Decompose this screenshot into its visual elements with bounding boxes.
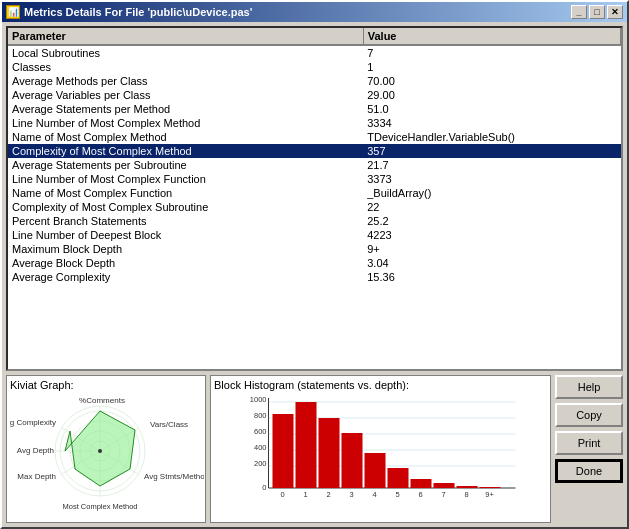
table-row[interactable]: Average Block Depth3.04 [8,256,621,270]
copy-button[interactable]: Copy [555,403,623,427]
table-row[interactable]: Average Complexity15.36 [8,270,621,284]
metrics-table-container: Parameter Value Local Subroutines7Classe… [6,26,623,371]
svg-text:%Comments: %Comments [79,396,125,405]
table-cell-value: 4223 [363,228,620,242]
window-title: Metrics Details For File 'public\uDevice… [24,6,252,18]
svg-rect-36 [273,414,294,488]
svg-rect-44 [457,486,478,488]
column-header-value: Value [363,28,620,45]
bottom-area: Kiviat Graph: [6,375,623,523]
svg-text:200: 200 [254,459,267,468]
table-cell-value: 3334 [363,116,620,130]
table-cell-value: 51.0 [363,102,620,116]
histogram-section: Block Histogram (statements vs. depth): … [210,375,551,523]
table-row[interactable]: Classes1 [8,60,621,74]
svg-point-14 [98,449,102,453]
svg-text:400: 400 [254,443,267,452]
table-row[interactable]: Complexity of Most Complex Subroutine22 [8,200,621,214]
svg-text:600: 600 [254,427,267,436]
maximize-button[interactable]: □ [589,5,605,19]
kiviat-svg: %Comments Vars/Class Avg Stmts/Method Mo… [10,393,204,511]
table-header-row: Parameter Value [8,28,621,45]
table-row[interactable]: Line Number of Most Complex Function3373 [8,172,621,186]
svg-rect-39 [342,433,363,488]
svg-text:8: 8 [464,490,468,499]
table-cell-value: 3373 [363,172,620,186]
table-cell-value: 3.04 [363,256,620,270]
table-cell-value: 21.7 [363,158,620,172]
svg-text:6: 6 [418,490,422,499]
svg-text:9+: 9+ [485,490,494,499]
table-row[interactable]: Average Variables per Class29.00 [8,88,621,102]
table-scroll[interactable]: Parameter Value Local Subroutines7Classe… [8,28,621,369]
table-cell-parameter: Line Number of Deepest Block [8,228,363,242]
svg-text:5: 5 [395,490,399,499]
svg-text:Avg Stmts/Method: Avg Stmts/Method [144,472,204,481]
table-row[interactable]: Line Number of Deepest Block4223 [8,228,621,242]
svg-rect-41 [388,468,409,488]
svg-text:3: 3 [349,490,353,499]
table-cell-parameter: Maximum Block Depth [8,242,363,256]
kiviat-title: Kiviat Graph: [10,379,202,391]
table-row[interactable]: Name of Most Complex Function_BuildArray… [8,186,621,200]
table-cell-parameter: Complexity of Most Complex Method [8,144,363,158]
close-button[interactable]: ✕ [607,5,623,19]
table-row[interactable]: Local Subroutines7 [8,45,621,60]
table-row[interactable]: Average Methods per Class70.00 [8,74,621,88]
histogram-graph: 1000 800 600 400 200 0 [214,393,547,513]
table-cell-parameter: Classes [8,60,363,74]
table-cell-parameter: Average Block Depth [8,256,363,270]
table-cell-parameter: Percent Branch Statements [8,214,363,228]
svg-text:Most Complex Method: Most Complex Method [62,502,137,511]
svg-text:Max Depth: Max Depth [17,472,56,481]
svg-text:1: 1 [303,490,307,499]
table-cell-value: 1 [363,60,620,74]
table-cell-parameter: Average Complexity [8,270,363,284]
table-row[interactable]: Average Statements per Subroutine21.7 [8,158,621,172]
svg-rect-37 [296,402,317,488]
table-cell-parameter: Complexity of Most Complex Subroutine [8,200,363,214]
table-cell-value: TDeviceHandler.VariableSub() [363,130,620,144]
table-cell-parameter: Line Number of Most Complex Method [8,116,363,130]
buttons-column: Help Copy Print Done [555,375,623,523]
table-cell-parameter: Name of Most Complex Function [8,186,363,200]
table-cell-value: 7 [363,45,620,60]
kiviat-section: Kiviat Graph: [6,375,206,523]
table-row[interactable]: Percent Branch Statements25.2 [8,214,621,228]
done-button[interactable]: Done [555,459,623,483]
table-cell-value: 25.2 [363,214,620,228]
title-buttons: _ □ ✕ [571,5,623,19]
svg-rect-43 [434,483,455,488]
svg-text:Avg Depth: Avg Depth [17,446,54,455]
histogram-title: Block Histogram (statements vs. depth): [214,379,547,391]
svg-rect-45 [480,487,501,488]
kiviat-graph: %Comments Vars/Class Avg Stmts/Method Mo… [10,393,202,513]
table-row[interactable]: Name of Most Complex MethodTDeviceHandle… [8,130,621,144]
table-row[interactable]: Complexity of Most Complex Method357 [8,144,621,158]
table-cell-parameter: Average Statements per Method [8,102,363,116]
minimize-button[interactable]: _ [571,5,587,19]
help-button[interactable]: Help [555,375,623,399]
table-cell-parameter: Local Subroutines [8,45,363,60]
svg-text:1000: 1000 [250,395,267,404]
table-row[interactable]: Line Number of Most Complex Method3334 [8,116,621,130]
window-icon: 📊 [6,5,20,19]
table-row[interactable]: Maximum Block Depth9+ [8,242,621,256]
table-cell-parameter: Name of Most Complex Method [8,130,363,144]
table-cell-parameter: Average Statements per Subroutine [8,158,363,172]
svg-text:0: 0 [280,490,284,499]
svg-text:Avg Complexity: Avg Complexity [10,418,56,427]
metrics-table: Parameter Value Local Subroutines7Classe… [8,28,621,284]
svg-text:7: 7 [441,490,445,499]
svg-rect-40 [365,453,386,488]
table-cell-parameter: Average Methods per Class [8,74,363,88]
svg-text:Vars/Class: Vars/Class [150,420,188,429]
svg-text:800: 800 [254,411,267,420]
print-button[interactable]: Print [555,431,623,455]
svg-text:0: 0 [262,483,266,492]
svg-rect-38 [319,418,340,488]
svg-text:2: 2 [326,490,330,499]
table-row[interactable]: Average Statements per Method51.0 [8,102,621,116]
histogram-svg: 1000 800 600 400 200 0 [214,393,547,508]
table-cell-value: 15.36 [363,270,620,284]
